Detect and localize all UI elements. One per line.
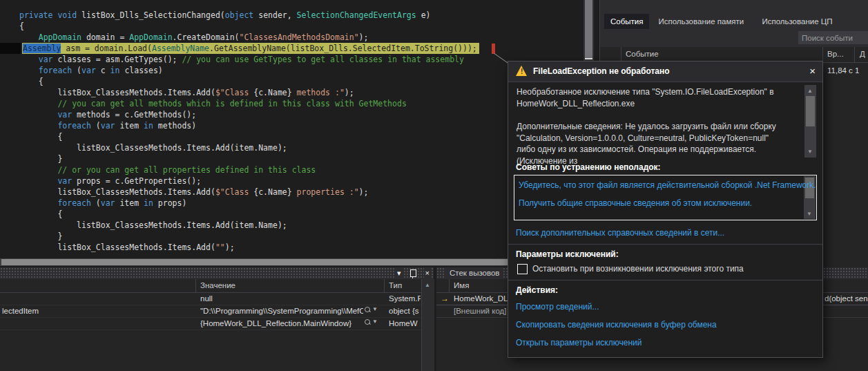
watch-row-type: object {s xyxy=(389,305,421,317)
code-line[interactable]: } xyxy=(19,153,62,164)
code-line[interactable]: AppDomain domain = AppDomain.CreateDomai… xyxy=(19,32,368,43)
online-search-link[interactable]: Поиск дополнительных справочных сведений… xyxy=(516,228,724,238)
column-type: Тип xyxy=(389,281,402,289)
dialog-title: FileLoadException не обработано xyxy=(533,66,670,76)
column-event: Событие xyxy=(626,50,659,58)
code-line[interactable]: listBox_ClassesMethods.Items.Add($"Class… xyxy=(19,187,368,198)
action-view-details-link[interactable]: Просмотр сведений... xyxy=(516,302,599,312)
tab-events[interactable]: События xyxy=(604,14,649,29)
watch-titlebar[interactable]: ▾ × xyxy=(0,267,434,279)
code-line[interactable]: listBox_ClassesMethods.Items.Add(item.Na… xyxy=(19,142,287,153)
column-d: Д xyxy=(860,50,865,58)
code-line[interactable]: foreach (var item in props) xyxy=(19,198,186,209)
exception-dialog: ! FileLoadException не обработано × Необ… xyxy=(508,61,823,358)
events-toolbar xyxy=(600,29,868,47)
tips-header: Советы по устранению неполадок: xyxy=(516,162,661,172)
watch-row[interactable]: nullSystem.R xyxy=(0,292,421,305)
column-name: Имя xyxy=(454,281,469,289)
watch-row-name xyxy=(2,292,193,305)
watch-row-name: lectedItem xyxy=(2,305,193,317)
current-frame-arrow-icon: → xyxy=(441,292,449,305)
column-value: Значение xyxy=(200,281,235,289)
code-editor[interactable]: private void listBox_Dlls_SelectionChang… xyxy=(0,0,584,258)
code-line[interactable]: { xyxy=(19,76,44,87)
exception-settings-header: Параметры исключений: xyxy=(516,249,619,259)
frame-text: HomeWork_DL xyxy=(454,292,508,305)
message-paragraph: Необработанное исключение типа "System.I… xyxy=(517,86,787,109)
magnifier-icon[interactable] xyxy=(365,319,370,325)
code-line[interactable]: { xyxy=(19,131,62,142)
watch-panel: ▾ × Значение Тип nullSystem.RlectedItem"… xyxy=(0,267,434,371)
watch-table-header: Значение Тип xyxy=(0,279,434,293)
error-squiggle xyxy=(492,44,495,54)
pin-icon[interactable] xyxy=(410,269,416,277)
message-paragraph: Дополнительные сведения: Не удалось загр… xyxy=(517,121,787,167)
watch-row[interactable]: {HomeWork_DLL_Reflection.MainWindow}▼Hom… xyxy=(0,317,421,330)
action-copy-exception-link[interactable]: Скопировать сведения исключения в буфер … xyxy=(516,320,717,330)
events-search-input[interactable] xyxy=(798,31,868,44)
code-line[interactable]: listBox_ClassesMethods.Items.Add($"Class… xyxy=(19,87,354,98)
diagnostics-tabstrip: СобытияИспользование памятиИспользование… xyxy=(600,0,868,29)
watch-row-value: {HomeWork_DLL_Reflection.MainWindow} xyxy=(200,317,363,330)
tab-cpu-usage[interactable]: Использование ЦП xyxy=(755,14,838,29)
code-line[interactable]: { xyxy=(19,21,24,32)
watch-row[interactable]: lectedItem"D:\\Programming\\SystemProgra… xyxy=(0,305,421,318)
code-line[interactable]: { xyxy=(19,209,62,220)
code-line[interactable]: } xyxy=(19,231,62,242)
magnifier-icon[interactable] xyxy=(365,307,370,312)
scroll-up-icon[interactable]: ▲ xyxy=(425,282,430,288)
code-line[interactable]: foreach (var item in methods) xyxy=(19,120,196,131)
message-scrollbar[interactable]: ▲ ▼ xyxy=(804,85,816,158)
frame-text: [Внешний код] xyxy=(454,305,506,317)
watch-row-type: HomeW xyxy=(389,317,421,330)
dropdown-caret-icon[interactable]: ▼ xyxy=(372,307,378,312)
tab-memory-usage[interactable]: Использование памяти xyxy=(652,14,750,29)
value-inspect-controls: ▼ xyxy=(365,307,378,312)
code-line[interactable]: var classes = asm.GetTypes(); // you can… xyxy=(19,54,464,65)
callstack-title: Стек вызовов xyxy=(445,268,503,278)
code-line[interactable]: private void listBox_Dlls_SelectionChang… xyxy=(19,10,430,21)
warning-icon-bang: ! xyxy=(521,68,523,75)
editor-horizontal-scrollbar[interactable] xyxy=(0,258,584,266)
breakpoint-gutter xyxy=(0,43,21,54)
tips-list: ▼ Убедитесь, что этот файл является дейс… xyxy=(514,175,817,220)
code-line[interactable]: // you can get all methods which is defi… xyxy=(19,98,407,109)
scrollbar-thumb[interactable] xyxy=(1,259,547,265)
watch-row-name xyxy=(2,317,193,330)
code-line[interactable]: // or you can get all properties defined… xyxy=(19,164,316,175)
actions-header: Действия: xyxy=(516,285,558,295)
code-line[interactable]: listBox_ClassesMethods.Items.Add(""); xyxy=(19,242,235,253)
frame-text-fragment: d(object sen xyxy=(824,292,868,305)
tip-link[interactable]: Убедитесь, что этот файл является действ… xyxy=(519,180,816,190)
action-open-exception-settings-link[interactable]: Открыть параметры исключений xyxy=(516,338,642,348)
stop-on-exception-checkbox[interactable] xyxy=(517,264,528,274)
value-inspect-controls: ▼ xyxy=(365,319,378,325)
close-icon[interactable]: × xyxy=(424,268,431,278)
watch-vertical-scrollbar[interactable]: ▲ xyxy=(421,279,434,371)
code-line[interactable]: foreach (var c in classes) xyxy=(19,65,163,76)
watch-row-value: "D:\\Programming\\SystemProgramming\\Mef… xyxy=(200,305,363,317)
checkbox-label: Остановить при возникновении исключения … xyxy=(532,264,744,274)
event-row-fragment[interactable]: 11,84 с 1 xyxy=(827,66,859,75)
code-line[interactable]: var methods = c.GetMethods(); xyxy=(19,109,196,120)
watch-row-type: System.R xyxy=(389,292,421,305)
watch-row-value: null xyxy=(200,292,381,305)
exception-line[interactable]: Assembly asm = domain.Load(AssemblyName.… xyxy=(22,43,479,54)
tip-link[interactable]: Получить общие справочные сведения об эт… xyxy=(519,198,752,208)
dialog-header: ! FileLoadException не обработано × xyxy=(508,61,822,82)
scrollbar-thumb[interactable] xyxy=(585,0,592,59)
close-icon[interactable]: × xyxy=(809,65,816,77)
column-time: Вр... xyxy=(827,50,844,58)
chevron-down-icon[interactable]: ▾ xyxy=(396,268,403,278)
code-line[interactable]: var props = c.GetProperties(); xyxy=(19,175,201,187)
dropdown-caret-icon[interactable]: ▼ xyxy=(372,319,378,325)
code-line[interactable]: listBox_ClassesMethods.Items.Add(item.Na… xyxy=(19,220,287,231)
